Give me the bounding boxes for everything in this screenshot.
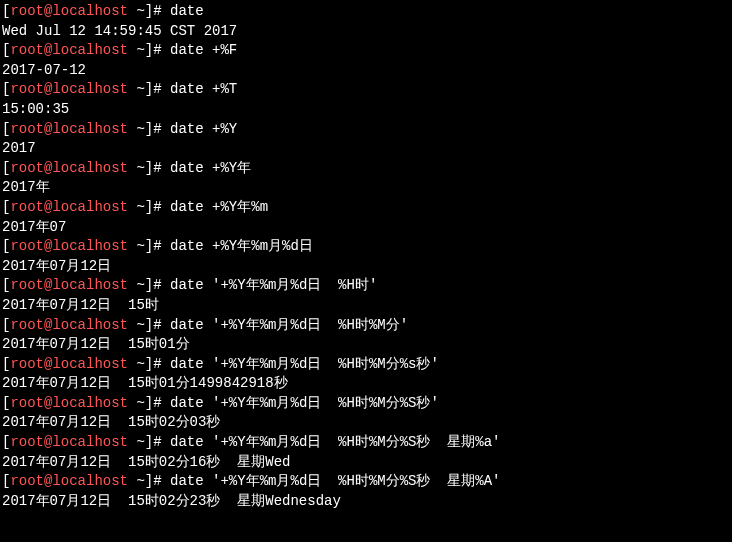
command-text: date '+%Y年%m月%d日 %H时%M分%S秒 星期%A' bbox=[170, 473, 500, 489]
output-line: 2017年07月12日 15时01分 bbox=[2, 335, 730, 355]
output-line: 15:00:35 bbox=[2, 100, 730, 120]
command-text: date +%Y bbox=[170, 121, 237, 137]
output-line: 2017年07月12日 15时02分03秒 bbox=[2, 413, 730, 433]
command-line: [root@localhost ~]# date bbox=[2, 2, 730, 22]
command-line: [root@localhost ~]# date '+%Y年%m月%d日 %H时… bbox=[2, 394, 730, 414]
output-line: 2017年07月12日 15时02分16秒 星期Wed bbox=[2, 453, 730, 473]
output-line: 2017年07 bbox=[2, 218, 730, 238]
terminal-output[interactable]: [root@localhost ~]# dateWed Jul 12 14:59… bbox=[2, 2, 730, 511]
command-line: [root@localhost ~]# date '+%Y年%m月%d日 %H时… bbox=[2, 355, 730, 375]
command-text: date '+%Y年%m月%d日 %H时%M分%S秒' bbox=[170, 395, 439, 411]
command-text: date +%Y年%m月%d日 bbox=[170, 238, 313, 254]
output-line: 2017年07月12日 15时02分23秒 星期Wednesday bbox=[2, 492, 730, 512]
command-line: [root@localhost ~]# date '+%Y年%m月%d日 %H时… bbox=[2, 472, 730, 492]
output-line: 2017-07-12 bbox=[2, 61, 730, 81]
output-line: Wed Jul 12 14:59:45 CST 2017 bbox=[2, 22, 730, 42]
command-text: date +%T bbox=[170, 81, 237, 97]
command-line: [root@localhost ~]# date +%T bbox=[2, 80, 730, 100]
command-text: date '+%Y年%m月%d日 %H时%M分%s秒' bbox=[170, 356, 439, 372]
command-text: date bbox=[170, 3, 204, 19]
command-text: date +%Y年%m bbox=[170, 199, 268, 215]
output-line: 2017年07月12日 15时 bbox=[2, 296, 730, 316]
output-line: 2017年 bbox=[2, 178, 730, 198]
command-line: [root@localhost ~]# date +%F bbox=[2, 41, 730, 61]
command-line: [root@localhost ~]# date +%Y年 bbox=[2, 159, 730, 179]
command-line: [root@localhost ~]# date '+%Y年%m月%d日 %H时… bbox=[2, 276, 730, 296]
command-line: [root@localhost ~]# date +%Y年%m bbox=[2, 198, 730, 218]
command-line: [root@localhost ~]# date '+%Y年%m月%d日 %H时… bbox=[2, 433, 730, 453]
command-text: date '+%Y年%m月%d日 %H时' bbox=[170, 277, 377, 293]
command-text: date '+%Y年%m月%d日 %H时%M分' bbox=[170, 317, 408, 333]
command-text: date +%F bbox=[170, 42, 237, 58]
output-line: 2017 bbox=[2, 139, 730, 159]
output-line: 2017年07月12日 15时01分1499842918秒 bbox=[2, 374, 730, 394]
output-line: 2017年07月12日 bbox=[2, 257, 730, 277]
command-text: date '+%Y年%m月%d日 %H时%M分%S秒 星期%a' bbox=[170, 434, 500, 450]
command-line: [root@localhost ~]# date +%Y年%m月%d日 bbox=[2, 237, 730, 257]
command-text: date +%Y年 bbox=[170, 160, 251, 176]
command-line: [root@localhost ~]# date +%Y bbox=[2, 120, 730, 140]
command-line: [root@localhost ~]# date '+%Y年%m月%d日 %H时… bbox=[2, 316, 730, 336]
